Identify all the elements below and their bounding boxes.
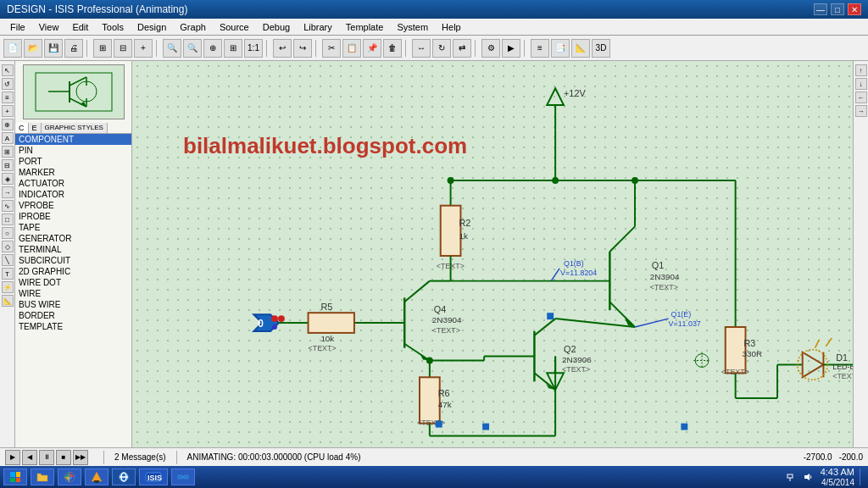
sidebar-tab-c[interactable]: C — [15, 123, 29, 133]
menu-debug[interactable]: Debug — [256, 20, 297, 34]
tb-btn-net[interactable]: ≡ — [531, 39, 549, 58]
comp-item-vprobe[interactable]: VPROBE — [15, 200, 131, 211]
lt-btn-14[interactable]: ◇ — [2, 241, 14, 252]
step-back-button[interactable]: ◀ — [22, 450, 37, 465]
lt-btn-5[interactable]: ⊕ — [2, 119, 14, 130]
comp-item-pin[interactable]: PIN — [15, 145, 131, 156]
menu-system[interactable]: System — [390, 20, 435, 34]
step-fwd-button[interactable]: ▶▶ — [73, 450, 88, 465]
menu-edit[interactable]: Edit — [65, 20, 95, 34]
volume-tray-icon[interactable] — [802, 470, 815, 484]
zoom-100[interactable]: 1:1 — [244, 39, 263, 58]
comp-item-actuator[interactable]: ACTUATOR — [15, 178, 131, 189]
lt-btn-18[interactable]: 📐 — [2, 295, 14, 307]
copy-button[interactable]: 📋 — [342, 39, 361, 58]
taskbar-vlc[interactable] — [85, 469, 108, 485]
lt-btn-4[interactable]: + — [2, 105, 14, 117]
rt-btn-1[interactable]: ↑ — [855, 64, 867, 76]
lt-btn-13[interactable]: ○ — [2, 227, 14, 239]
lt-btn-6[interactable]: A — [2, 132, 14, 144]
tb-btn-sim[interactable]: ▶ — [502, 39, 520, 58]
comp-item-template[interactable]: TEMPLATE — [15, 321, 131, 332]
open-button[interactable]: 📂 — [24, 39, 42, 58]
lt-btn-9[interactable]: ◈ — [2, 173, 14, 185]
menu-source[interactable]: Source — [213, 20, 256, 34]
tb-btn-prop[interactable]: ⚙ — [481, 39, 500, 58]
tb-btn-mir[interactable]: ⇄ — [453, 39, 471, 58]
comp-item-port[interactable]: PORT — [15, 156, 131, 167]
start-button[interactable] — [3, 469, 27, 485]
lt-btn-11[interactable]: ∿ — [2, 200, 14, 212]
comp-item-tape[interactable]: TAPE — [15, 222, 131, 233]
menu-help[interactable]: Help — [435, 20, 468, 34]
menu-view[interactable]: View — [32, 20, 66, 34]
lt-btn-8[interactable]: ⊟ — [2, 159, 14, 171]
comp-item-iprobe[interactable]: IPROBE — [15, 211, 131, 222]
select-tool[interactable]: ↖ — [2, 64, 14, 76]
comp-item-buswire[interactable]: BUS WIRE — [15, 299, 131, 310]
tb-btn-3[interactable]: + — [134, 39, 153, 58]
tb-btn-3d[interactable]: 3D — [592, 39, 610, 58]
menu-library[interactable]: Library — [297, 20, 339, 34]
lt-btn-10[interactable]: → — [2, 186, 14, 198]
comp-item-2d[interactable]: 2D GRAPHIC — [15, 266, 131, 277]
tb-btn-bom[interactable]: 📑 — [551, 39, 570, 58]
rt-btn-3[interactable]: ← — [855, 92, 867, 103]
maximize-button[interactable]: □ — [831, 3, 844, 15]
tb-btn-rot[interactable]: ↻ — [432, 39, 451, 58]
tb-btn-pcb[interactable]: 📐 — [571, 39, 590, 58]
lt-btn-17[interactable]: ⚡ — [2, 281, 14, 293]
show-desktop-button[interactable] — [860, 469, 865, 485]
zoom-fit[interactable]: ⊕ — [203, 39, 222, 58]
save-button[interactable]: 💾 — [44, 39, 63, 58]
delete-button[interactable]: 🗑 — [383, 39, 402, 58]
tb-btn-move[interactable]: ↔ — [412, 39, 431, 58]
lt-btn-7[interactable]: ⊞ — [2, 146, 14, 158]
taskbar-network[interactable] — [171, 469, 195, 485]
network-tray-icon[interactable] — [783, 470, 797, 484]
menu-file[interactable]: File — [3, 20, 32, 34]
comp-item-marker[interactable]: MARKER — [15, 167, 131, 178]
print-button[interactable]: 🖨 — [64, 39, 83, 58]
menu-design[interactable]: Design — [131, 20, 173, 34]
pause-button[interactable]: ⏸ — [39, 450, 54, 465]
sidebar-tab-graphic[interactable]: GRAPHIC STYLES — [42, 123, 108, 133]
lt-btn-16[interactable]: T — [2, 268, 14, 280]
taskbar-chrome[interactable] — [58, 469, 81, 485]
zoom-out[interactable]: 🔍 — [183, 39, 202, 58]
taskbar-folder[interactable] — [31, 469, 54, 485]
cut-button[interactable]: ✂ — [322, 39, 341, 58]
comp-item-terminal[interactable]: TERMINAL — [15, 244, 131, 255]
zoom-in[interactable]: 🔍 — [163, 39, 181, 58]
rt-btn-2[interactable]: ↓ — [855, 78, 867, 90]
tb-btn-1[interactable]: ⊞ — [93, 39, 112, 58]
taskbar-ie[interactable] — [112, 469, 136, 485]
paste-button[interactable]: 📌 — [363, 39, 381, 58]
zoom-area[interactable]: ⊞ — [224, 39, 242, 58]
comp-item-wiredot[interactable]: WIRE DOT — [15, 277, 131, 288]
menu-graph[interactable]: Graph — [173, 20, 213, 34]
menu-tools[interactable]: Tools — [95, 20, 131, 34]
tb-btn-2[interactable]: ⊟ — [114, 39, 132, 58]
canvas-area[interactable]: bilalmalikuet.blogspot.com +12V — [132, 61, 853, 447]
redo-button[interactable]: ↪ — [293, 39, 312, 58]
comp-item-generator[interactable]: GENERATOR — [15, 233, 131, 244]
lt-btn-3[interactable]: ≡ — [2, 92, 14, 103]
comp-item-subcircuit[interactable]: SUBCIRCUIT — [15, 255, 131, 266]
rotate-tool[interactable]: ↺ — [2, 78, 14, 90]
sidebar-tab-e[interactable]: E — [29, 123, 42, 133]
lt-btn-15[interactable]: ╲ — [2, 254, 14, 266]
taskbar-proteus[interactable]: ISIS — [139, 469, 168, 485]
lt-btn-12[interactable]: □ — [2, 214, 14, 225]
minimize-button[interactable]: — — [814, 3, 827, 15]
menu-template[interactable]: Template — [339, 20, 391, 34]
comp-item-wire[interactable]: WIRE — [15, 288, 131, 299]
rt-btn-4[interactable]: → — [855, 105, 867, 117]
play-button[interactable]: ▶ — [5, 450, 20, 465]
comp-item-component[interactable]: COMPONENT — [15, 134, 131, 145]
close-button[interactable]: ✕ — [848, 3, 861, 15]
stop-button[interactable]: ■ — [56, 450, 71, 465]
comp-item-border[interactable]: BORDER — [15, 310, 131, 321]
undo-button[interactable]: ↩ — [273, 39, 292, 58]
new-button[interactable]: 📄 — [3, 39, 22, 58]
